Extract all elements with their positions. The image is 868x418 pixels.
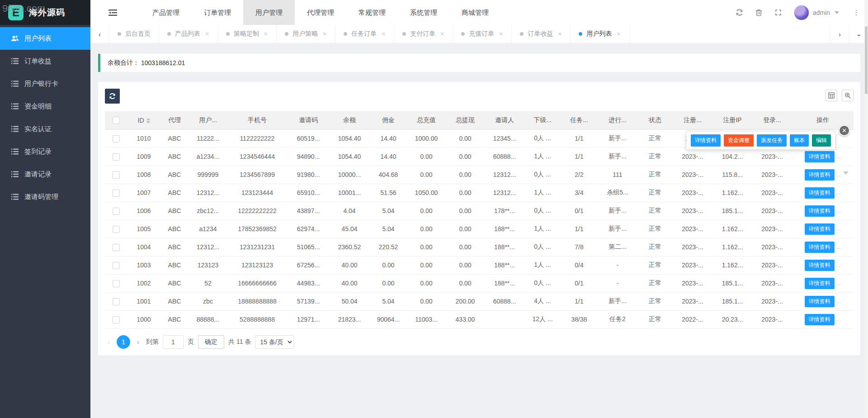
row-more-actions[interactable]: ...: [836, 225, 841, 232]
popup-button-账本[interactable]: 账本: [790, 134, 809, 147]
scrollbar-thumb[interactable]: [865, 26, 868, 94]
tab-用户策略[interactable]: 用户策略✕: [277, 25, 335, 43]
prev-page-icon[interactable]: ‹: [105, 338, 113, 346]
row-detail-button[interactable]: 详情资料: [805, 187, 835, 199]
row-more-actions[interactable]: ...: [836, 298, 841, 304]
cell-commission: 14.40: [370, 129, 407, 147]
popup-button-详情资料[interactable]: 详情资料: [691, 134, 721, 147]
row-detail-button[interactable]: 详情资料: [805, 151, 835, 162]
cell-invite: 12971...: [288, 310, 329, 328]
row-checkbox[interactable]: [113, 135, 120, 142]
fullscreen-icon[interactable]: [774, 9, 782, 16]
sidebar-item-7[interactable]: 邀请记录: [0, 163, 90, 185]
tabs-scroll-left-icon[interactable]: ‹: [90, 25, 109, 43]
tab-close-icon[interactable]: ✕: [499, 31, 503, 37]
refresh-icon[interactable]: [736, 9, 743, 16]
tab-产品列表[interactable]: 产品列表✕: [159, 25, 218, 43]
row-more-actions[interactable]: ...: [836, 243, 841, 250]
user-menu[interactable]: admin: [794, 5, 839, 20]
tab-close-icon[interactable]: ✕: [381, 31, 386, 37]
sidebar-item-5[interactable]: 实名认证: [0, 118, 90, 140]
row-more-actions[interactable]: ...: [836, 189, 841, 196]
page-input[interactable]: [163, 335, 184, 349]
sidebar-item-1[interactable]: 用户列表: [0, 27, 90, 50]
tab-close-icon[interactable]: ✕: [205, 31, 209, 37]
more-options-icon[interactable]: ⋮: [851, 8, 862, 17]
sidebar-item-8[interactable]: 邀请码管理: [0, 185, 90, 208]
search-zoom-button[interactable]: [842, 90, 854, 101]
tab-bar: ‹ 后台首页产品列表✕策略定制✕用户策略✕任务订单✕支付订单✕充值订单✕订单收益…: [90, 25, 868, 43]
sidebar-item-label: 资金明细: [24, 102, 52, 111]
row-detail-button[interactable]: 详情资料: [805, 278, 835, 289]
popup-button-编辑[interactable]: 编辑: [812, 134, 831, 147]
top-menu-item[interactable]: 代理管理: [295, 0, 346, 25]
tabs-scroll-right-icon[interactable]: ›: [830, 25, 849, 43]
tab-后台首页[interactable]: 后台首页: [109, 25, 159, 43]
row-detail-button[interactable]: 详情资料: [805, 205, 835, 217]
tab-close-icon[interactable]: ✕: [264, 31, 268, 37]
row-checkbox[interactable]: [113, 280, 120, 287]
tab-close-icon[interactable]: ✕: [557, 31, 562, 37]
row-more-actions[interactable]: ...: [836, 153, 841, 160]
row-checkbox[interactable]: [113, 226, 120, 233]
top-menu-item[interactable]: 商城管理: [449, 0, 501, 25]
cell-subs: 4人 ...: [524, 292, 561, 310]
sort-icon[interactable]: [146, 118, 150, 124]
tab-用户列表[interactable]: 用户列表✕: [571, 25, 629, 43]
row-checkbox[interactable]: [113, 262, 120, 269]
row-checkbox[interactable]: [113, 298, 120, 305]
collapse-sidebar-icon[interactable]: [108, 0, 117, 25]
tab-close-icon[interactable]: ✕: [322, 31, 327, 37]
top-menu-item[interactable]: 用户管理: [243, 0, 295, 25]
sidebar-item-2[interactable]: 订单收益: [0, 50, 90, 72]
table-refresh-button[interactable]: [105, 89, 120, 104]
popup-button-派发任务[interactable]: 派发任务: [757, 134, 787, 147]
row-checkbox[interactable]: [113, 153, 120, 161]
row-detail-button[interactable]: 详情资料: [805, 242, 835, 253]
page-scrollbar[interactable]: [864, 0, 868, 418]
tab-close-icon[interactable]: ✕: [616, 31, 621, 37]
cell-id: 1008: [127, 166, 160, 184]
row-checkbox[interactable]: [113, 171, 120, 179]
row-more-actions[interactable]: ...: [836, 261, 841, 268]
filter-columns-button[interactable]: [826, 90, 837, 101]
page-number-button[interactable]: 1: [117, 335, 130, 349]
tab-支付订单[interactable]: 支付订单✕: [394, 25, 453, 43]
tab-任务订单[interactable]: 任务订单✕: [335, 25, 394, 43]
tab-close-icon[interactable]: ✕: [440, 31, 444, 37]
popup-close-icon[interactable]: ✕: [839, 125, 850, 136]
row-more-actions[interactable]: ...: [836, 171, 841, 178]
sidebar-item-4[interactable]: 资金明细: [0, 95, 90, 118]
row-checkbox[interactable]: [113, 208, 120, 215]
top-menu-item[interactable]: 产品管理: [140, 0, 192, 25]
row-detail-button[interactable]: 详情资料: [805, 314, 835, 325]
popup-button-资金调整[interactable]: 资金调整: [724, 134, 754, 147]
tab-订单收益[interactable]: 订单收益✕: [512, 25, 571, 43]
sidebar-item-6[interactable]: 签到记录: [0, 140, 90, 163]
row-more-actions[interactable]: ...: [836, 280, 841, 286]
row-detail-button[interactable]: 详情资料: [805, 223, 835, 235]
row-detail-button[interactable]: 详情资料: [805, 296, 835, 307]
next-page-icon[interactable]: ›: [134, 338, 142, 346]
row-more-actions[interactable]: ...: [836, 316, 841, 323]
trash-icon[interactable]: [755, 9, 763, 16]
avatar[interactable]: [794, 5, 809, 20]
row-checkbox[interactable]: [113, 316, 120, 323]
confirm-page-button[interactable]: 确定: [198, 335, 224, 349]
top-menu-item[interactable]: 系统管理: [398, 0, 449, 25]
row-more-actions[interactable]: ...: [836, 207, 841, 214]
cell-user: 11222...: [189, 129, 227, 147]
row-checkbox[interactable]: [113, 244, 120, 251]
page-size-select[interactable]: 15 条/页: [255, 335, 294, 349]
top-menu-item[interactable]: 订单管理: [192, 0, 243, 25]
row-detail-button[interactable]: 详情资料: [805, 169, 835, 180]
row-checkbox[interactable]: [113, 190, 120, 197]
sidebar-item-3[interactable]: 用户银行卡: [0, 72, 90, 95]
select-all-checkbox[interactable]: [113, 117, 120, 124]
popup-caret-icon[interactable]: [843, 171, 849, 175]
top-menu-item[interactable]: 常规管理: [346, 0, 398, 25]
cell-tasks: 2/2: [561, 166, 598, 184]
tab-策略定制[interactable]: 策略定制✕: [218, 25, 277, 43]
tab-充值订单[interactable]: 充值订单✕: [453, 25, 512, 43]
row-detail-button[interactable]: 详情资料: [805, 260, 835, 271]
